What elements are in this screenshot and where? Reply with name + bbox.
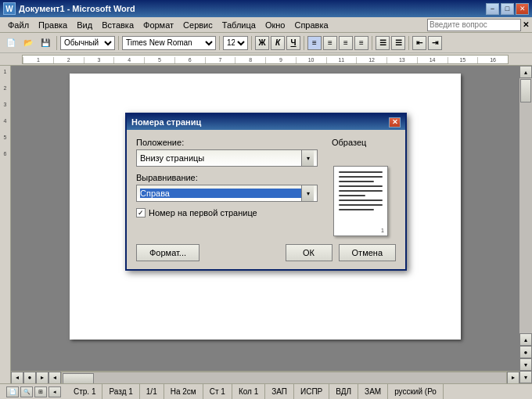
search-close-icon[interactable]: ✕ bbox=[523, 20, 529, 29]
menu-service[interactable]: Сервис bbox=[178, 20, 217, 31]
menu-edit[interactable]: Правка bbox=[34, 20, 72, 31]
vscroll-extra-buttons: ▴ ● ▾ bbox=[519, 333, 532, 371]
scroll-select-object[interactable]: ● bbox=[519, 346, 532, 358]
scroll-left[interactable]: ◂ bbox=[49, 372, 61, 384]
position-dropdown-arrow[interactable]: ▾ bbox=[301, 150, 314, 166]
position-dropdown[interactable]: Внизу страницы ▾ bbox=[136, 149, 318, 167]
scroll-select[interactable]: ● bbox=[23, 372, 36, 384]
status-position: На 2см bbox=[164, 384, 203, 399]
ruler-marks: 1 2 3 4 5 6 7 8 9 10 11 12 13 14 15 16 bbox=[22, 55, 509, 64]
scroll-prev-page[interactable]: ◂ bbox=[11, 372, 23, 384]
search-input[interactable] bbox=[427, 19, 521, 31]
dialog-preview: Образец bbox=[325, 138, 396, 236]
status-record: ЗАП bbox=[265, 384, 294, 399]
hscroll-thumb[interactable] bbox=[63, 373, 94, 384]
cancel-button[interactable]: Отмена bbox=[339, 244, 396, 261]
status-section: Разд 1 bbox=[102, 384, 139, 399]
vscroll-thumb[interactable] bbox=[520, 79, 531, 102]
dialog-buttons: Формат... ОК Отмена bbox=[127, 244, 405, 269]
vscroll-track[interactable] bbox=[519, 78, 532, 333]
open-button[interactable]: 📂 bbox=[20, 35, 36, 51]
status-icon-4[interactable]: ◂ bbox=[49, 386, 61, 397]
menu-file[interactable]: Файл bbox=[3, 20, 34, 31]
ruler-mark-7: 7 bbox=[205, 57, 235, 63]
ruler-mark-6: 6 bbox=[174, 57, 205, 63]
menu-table[interactable]: Таблица bbox=[217, 20, 261, 31]
status-icon-1[interactable]: 📄 bbox=[6, 386, 19, 397]
bold-button[interactable]: Ж bbox=[255, 36, 269, 50]
scroll-down-button[interactable]: ▾ bbox=[519, 371, 532, 383]
ok-button[interactable]: ОК bbox=[286, 244, 332, 261]
dialog-controls: Положение: Внизу страницы ▾ Выравнивание… bbox=[136, 138, 318, 236]
align-justify-button[interactable]: ≡ bbox=[354, 36, 368, 50]
ruler-mark-4: 4 bbox=[113, 57, 144, 63]
preview-line-1 bbox=[339, 171, 383, 173]
toolbar-separator-6 bbox=[372, 36, 372, 50]
preview-line-7 bbox=[339, 200, 383, 201]
close-button[interactable]: ✕ bbox=[516, 3, 529, 15]
menu-help[interactable]: Справка bbox=[289, 20, 332, 31]
first-page-checkbox[interactable]: ✓ bbox=[136, 208, 146, 217]
horizontal-scrollbar: ◂ ● ▸ ◂ ▸ bbox=[11, 371, 519, 383]
hscroll-track[interactable] bbox=[61, 372, 507, 384]
style-select[interactable]: Обычный bbox=[60, 36, 115, 50]
vertical-scrollbar: ▴ ▴ ● ▾ ▾ bbox=[519, 66, 532, 383]
underline-button[interactable]: Ч bbox=[286, 36, 300, 50]
window-title: Документ1 - Microsoft Word bbox=[19, 4, 486, 13]
ruler-mark-11: 11 bbox=[326, 57, 357, 63]
align-dropdown-arrow[interactable]: ▾ bbox=[301, 185, 314, 201]
align-value: Справа bbox=[140, 189, 301, 198]
toolbar: 📄 📂 💾 Обычный Times New Roman 12 Ж К Ч ≡… bbox=[0, 33, 532, 53]
scroll-right[interactable]: ▸ bbox=[507, 372, 519, 384]
indent-increase-button[interactable]: ⇥ bbox=[428, 36, 442, 50]
checkbox-label: Номер на первой странице bbox=[149, 208, 257, 217]
new-button[interactable]: 📄 bbox=[3, 35, 19, 51]
align-right-button[interactable]: ≡ bbox=[339, 36, 353, 50]
italic-button[interactable]: К bbox=[271, 36, 285, 50]
scroll-nav-icons: ◂ ● ▸ ◂ bbox=[11, 372, 61, 384]
scroll-next-object[interactable]: ▾ bbox=[519, 358, 532, 371]
menu-bar: Файл Правка Вид Вставка Формат Сервис Та… bbox=[0, 17, 532, 33]
preview-line-5 bbox=[339, 190, 383, 192]
list-number-button[interactable]: ☰ bbox=[391, 36, 405, 50]
search-area: ✕ bbox=[427, 19, 529, 31]
position-value: Внизу страницы bbox=[140, 153, 301, 163]
editor-main: 1 2 3 4 5 6 ◂ ● ▸ ◂ ▸ bbox=[0, 66, 532, 383]
status-page: Стр. 1 bbox=[67, 384, 102, 399]
save-button[interactable]: 💾 bbox=[38, 35, 53, 51]
align-left-button[interactable]: ≡ bbox=[307, 36, 322, 50]
status-vdl: ВДЛ bbox=[329, 384, 358, 399]
ruler-mark-12: 12 bbox=[356, 57, 386, 63]
dialog-title-bar: Номера страниц ✕ bbox=[127, 114, 405, 130]
scroll-up-button[interactable]: ▴ bbox=[519, 66, 532, 78]
dialog-close-button[interactable]: ✕ bbox=[389, 117, 401, 128]
status-icon-2[interactable]: 🔍 bbox=[20, 386, 33, 397]
align-center-button[interactable]: ≡ bbox=[323, 36, 337, 50]
scroll-next-page[interactable]: ▸ bbox=[36, 372, 49, 384]
title-bar-controls: − □ ✕ bbox=[486, 3, 529, 15]
status-ispravl: ИСПР bbox=[294, 384, 329, 399]
font-select[interactable]: Times New Roman bbox=[122, 36, 216, 50]
indent-decrease-button[interactable]: ⇤ bbox=[412, 36, 426, 50]
menu-view[interactable]: Вид bbox=[72, 20, 97, 31]
menu-window[interactable]: Окно bbox=[261, 20, 290, 31]
size-select[interactable]: 12 bbox=[223, 36, 248, 50]
toolbar-separator-7 bbox=[408, 36, 409, 50]
menu-insert[interactable]: Вставка bbox=[97, 20, 138, 31]
list-bullet-button[interactable]: ☰ bbox=[376, 36, 390, 50]
preview-content bbox=[334, 167, 387, 220]
menu-format[interactable]: Формат bbox=[138, 20, 178, 31]
ruler-mark-9: 9 bbox=[265, 57, 296, 63]
minimize-button[interactable]: − bbox=[486, 3, 499, 15]
ruler-mark-13: 13 bbox=[386, 57, 417, 63]
align-dropdown[interactable]: Справа ▾ bbox=[136, 185, 318, 202]
status-icons: 📄 🔍 ⊞ ◂ bbox=[3, 386, 64, 397]
preview-line-2 bbox=[339, 176, 383, 178]
status-zam: ЗАМ bbox=[358, 384, 388, 399]
position-label: Положение: bbox=[136, 138, 318, 147]
maximize-button[interactable]: □ bbox=[501, 3, 514, 15]
format-button[interactable]: Формат... bbox=[136, 244, 200, 261]
scroll-prev-object[interactable]: ▴ bbox=[519, 333, 532, 346]
status-icon-3[interactable]: ⊞ bbox=[34, 386, 47, 397]
ruler-mark-1: 1 bbox=[23, 57, 53, 63]
